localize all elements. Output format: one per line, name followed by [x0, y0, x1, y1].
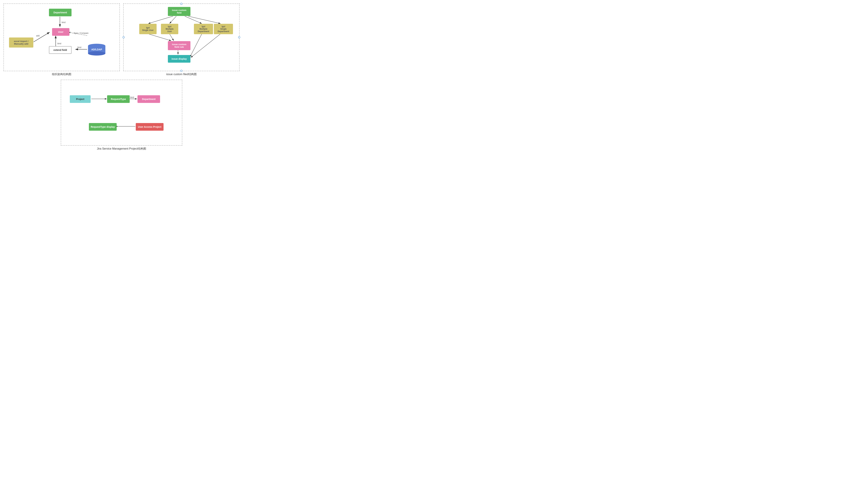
svg-line-8	[68, 32, 87, 36]
d3-requesttype-node: RequestType	[107, 95, 130, 103]
d3-requesttype-label: RequestType	[111, 98, 126, 100]
d1-excel-node: excel import / Manually add	[9, 37, 33, 47]
diagram3-svg: bind	[61, 80, 182, 145]
diagram1-box: bind add bind bind ←Sync / Compare	[3, 3, 120, 71]
d2-right-circle	[238, 36, 240, 38]
svg-text:bind: bind	[58, 42, 61, 45]
d1-department-label: Department	[54, 11, 67, 14]
d1-user-label: User	[58, 31, 63, 33]
diagram1-container: bind add bind bind ←Sync / Compare	[3, 3, 120, 76]
diagram2-box: issue custom field lgsl Single User lgsl…	[123, 3, 240, 71]
d3-department-node: Department	[137, 95, 160, 103]
svg-line-22	[169, 34, 174, 41]
main-grid: bind add bind bind ←Sync / Compare	[3, 3, 240, 151]
diagram3-box: bind Project RequestType Department Requ…	[61, 80, 182, 145]
d2-left-circle	[123, 36, 125, 38]
svg-line-18	[169, 16, 176, 24]
d3-user-access-project-node: User Access Project	[136, 123, 163, 131]
d1-extend-label: extend field	[54, 48, 67, 52]
svg-text:←Sync / Compare: ←Sync / Compare	[72, 32, 89, 34]
d1-user-node: User	[52, 28, 69, 36]
diagram2-title: issue custom filed结构图	[123, 72, 240, 76]
d1-extend-node: extend field	[49, 46, 71, 54]
diagram3-title: Jira Service Management Project结构图	[3, 147, 240, 151]
d2-issue-display-node: issue display	[168, 55, 190, 63]
d2-lgsl-single-dept-node: lgsl Single Department	[214, 24, 233, 34]
svg-line-20	[188, 16, 220, 24]
svg-line-25	[191, 34, 220, 58]
d2-top-circle	[180, 3, 182, 5]
svg-line-2	[33, 32, 50, 42]
svg-point-14	[88, 52, 105, 56]
diagram3-title-label: Jira Service Management Project结构图	[97, 147, 146, 150]
d2-issue-field-rule-node: issue custom field rule	[168, 41, 190, 50]
svg-text:bind: bind	[130, 96, 134, 99]
d2-issue-field-rule-label: issue custom field rule	[172, 43, 186, 48]
d2-issue-custom-field-node: issue custom field	[168, 7, 190, 16]
d2-lgsl-multiple-dept-label: lgsl Multiple Department	[198, 25, 209, 33]
d2-lgsl-multiple-dept-node: lgsl Multiple Department	[194, 24, 213, 34]
d3-project-node: Project	[70, 95, 91, 103]
d3-department-label: Department	[142, 98, 156, 100]
svg-text:add: add	[36, 35, 39, 37]
svg-text:bind: bind	[62, 21, 65, 24]
d1-excel-label: excel import / Manually add	[14, 40, 28, 45]
d1-adldap-node: AD/LDAP	[87, 43, 106, 56]
svg-line-19	[185, 16, 202, 24]
diagram3-wrapper: bind Project RequestType Department Requ…	[3, 80, 240, 151]
d2-lgsl-single-dept-label: lgsl Single Department	[218, 25, 229, 33]
d1-department-node: Department	[49, 9, 71, 16]
svg-line-17	[148, 16, 173, 24]
d3-project-label: Project	[76, 98, 84, 100]
diagram2-container: issue custom field lgsl Single User lgsl…	[123, 3, 240, 76]
svg-line-24	[190, 34, 202, 57]
d2-lgsl-multiple-user-node: lgsl Multiple User	[161, 24, 178, 34]
d3-user-access-project-label: User Access Project	[138, 126, 161, 128]
svg-text:AD/LDAP: AD/LDAP	[91, 48, 102, 51]
d3-requesttype-display-label: RequestType display	[91, 126, 115, 128]
d2-lgsl-single-user-label: lgsl Single User	[142, 27, 154, 31]
svg-line-21	[148, 34, 171, 41]
diagram1-title: 组织架构结构图	[3, 72, 120, 76]
d2-issue-display-label: issue display	[172, 58, 187, 60]
d2-bottom-circle	[180, 70, 182, 72]
svg-text:bind: bind	[78, 46, 81, 48]
d2-lgsl-single-user-node: lgsl Single User	[139, 24, 157, 34]
d2-lgsl-multiple-user-label: lgsl Multiple User	[166, 25, 174, 33]
d3-requesttype-display-node: RequestType display	[89, 123, 117, 131]
diagram2-title-label: issue custom filed结构图	[166, 73, 196, 76]
d2-issue-custom-field-label: issue custom field	[172, 9, 186, 14]
